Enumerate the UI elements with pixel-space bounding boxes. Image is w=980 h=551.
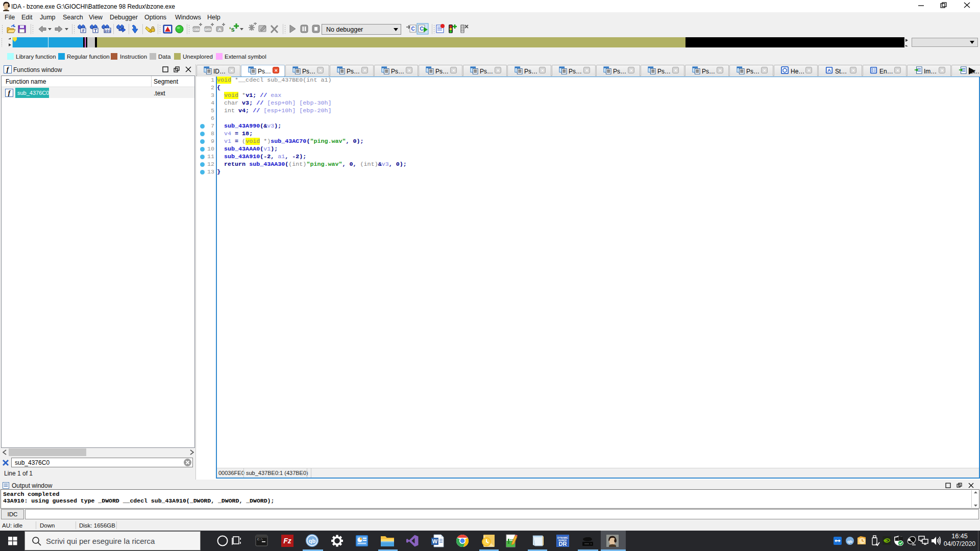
- svg-text:C: C: [411, 26, 414, 32]
- svg-text:W: W: [432, 538, 438, 544]
- svg-text:DATA: DATA: [205, 28, 212, 31]
- svg-text:101: 101: [104, 29, 111, 33]
- svg-text:CODE: CODE: [192, 28, 200, 31]
- svg-text:C: C: [420, 26, 423, 32]
- svg-text:C:\: C:\: [257, 538, 263, 541]
- svg-text:qb: qb: [309, 538, 316, 544]
- svg-text:DR: DR: [559, 541, 567, 547]
- svg-text:#: #: [82, 28, 84, 33]
- svg-text:Fz: Fz: [283, 537, 291, 545]
- svg-text:qb: qb: [847, 539, 852, 544]
- svg-text:A: A: [827, 67, 831, 73]
- svg-text:T: T: [94, 28, 97, 33]
- svg-text:A: A: [218, 27, 222, 32]
